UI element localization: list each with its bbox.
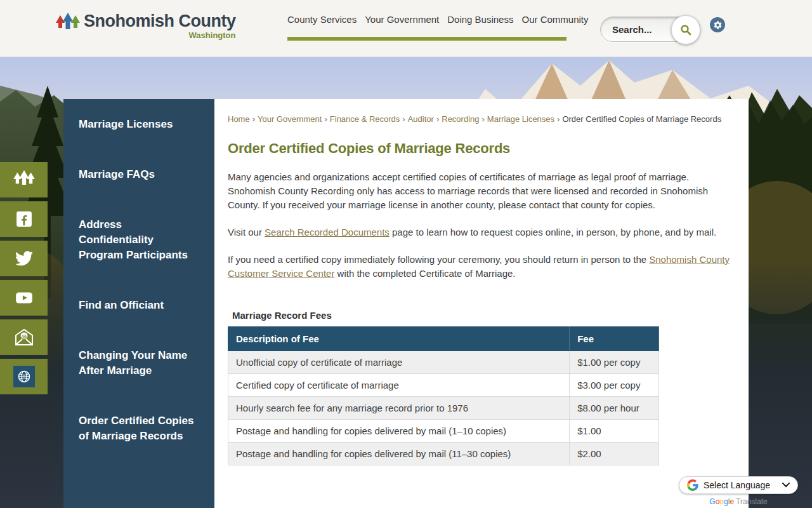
intro-paragraph: Many agencies and organizations accept c… (228, 170, 733, 212)
search-button[interactable] (671, 15, 700, 44)
fee-description: Postage and handling for copies delivere… (228, 420, 570, 443)
sidebar-item-marriage-faqs[interactable]: Marriage FAQs (79, 167, 198, 182)
twitter-icon (15, 251, 33, 266)
sidebar-item-changing-name[interactable]: Changing Your Name After Marriage (79, 348, 198, 378)
breadcrumb-separator: › (436, 114, 439, 124)
brand-letter: g (724, 497, 728, 506)
fees-header-fee: Fee (570, 327, 659, 351)
language-select[interactable]: Select Language (679, 476, 798, 494)
fee-description: Hourly search fee for any marriage recor… (228, 397, 570, 420)
facebook-link[interactable] (0, 201, 48, 237)
email-newsletter-icon: @ (15, 329, 34, 345)
table-row: Hourly search fee for any marriage recor… (228, 397, 659, 420)
email-newsletter-link[interactable]: @ (0, 319, 48, 355)
fee-amount: $1.00 per copy (570, 351, 659, 374)
customer-service-paragraph: If you need a certified copy immediately… (228, 253, 733, 281)
paragraph-text: page to learn how to request copies onli… (390, 227, 716, 237)
fee-amount: $8.00 per hour (570, 397, 659, 420)
breadcrumb-your-government[interactable]: Your Government (258, 114, 322, 124)
county-trees-icon (56, 13, 80, 34)
nav-county-services[interactable]: County Services (287, 14, 357, 25)
gear-icon (713, 20, 723, 30)
fees-section: Marriage Record Fees Description of Fee … (228, 310, 735, 465)
brand-letter: e (730, 497, 734, 506)
breadcrumb-separator: › (482, 114, 485, 124)
fees-table-caption: Marriage Record Fees (232, 310, 735, 321)
table-row: Postage and handling for copies delivere… (228, 443, 659, 465)
search-icon (679, 23, 692, 36)
page-title: Order Certified Copies of Marriage Recor… (228, 140, 735, 157)
table-row: Unofficial copy of certificate of marria… (228, 351, 659, 374)
main-content: Home›Your Government›Finance & Records›A… (214, 99, 749, 508)
section-sidebar: Marriage Licenses Marriage FAQs Address … (63, 99, 214, 508)
brand-letter: G (709, 497, 715, 506)
paragraph-text: If you need a certified copy immediately… (228, 254, 649, 265)
table-row: Certified copy of certificate of marriag… (228, 374, 659, 397)
fee-description: Certified copy of certificate of marriag… (228, 374, 570, 397)
translate-globe-link[interactable] (0, 359, 48, 394)
facebook-icon (16, 211, 32, 227)
breadcrumb-separator: › (324, 114, 327, 124)
svg-text:@: @ (21, 333, 27, 340)
paragraph-text: Visit our (228, 227, 265, 237)
nav-doing-business[interactable]: Doing Business (447, 14, 513, 25)
twitter-link[interactable] (0, 241, 48, 276)
search-input[interactable] (612, 24, 676, 35)
sidebar-item-find-officiant[interactable]: Find an Officiant (79, 298, 198, 313)
paragraph-text: with the completed Certificate of Marria… (334, 268, 515, 279)
fees-table: Description of Fee Fee Unofficial copy o… (228, 326, 659, 465)
youtube-link[interactable] (0, 280, 48, 316)
top-navigation: County Services Your Government Doing Bu… (287, 14, 570, 25)
fee-amount: $3.00 per copy (570, 374, 659, 397)
nav-our-community[interactable]: Our Community (521, 14, 588, 25)
breadcrumb-marriage-licenses[interactable]: Marriage Licenses (487, 114, 554, 124)
fee-amount: $1.00 (570, 420, 659, 443)
sidebar-item-order-certified-copies[interactable]: Order Certified Copies of Marriage Recor… (79, 413, 198, 444)
brand-word: Translate (736, 497, 768, 506)
google-translate-widget: Select Language GoogleTranslate (679, 476, 798, 506)
breadcrumb-recording[interactable]: Recording (442, 114, 479, 124)
search-documents-paragraph: Visit our Search Recorded Documents page… (228, 225, 733, 239)
county-trees-icon (13, 170, 35, 189)
breadcrumb: Home›Your Government›Finance & Records›A… (228, 114, 735, 124)
breadcrumb-home[interactable]: Home (228, 114, 250, 124)
fees-header-description: Description of Fee (228, 327, 570, 351)
globe-tile (13, 366, 35, 387)
youtube-icon (15, 290, 34, 305)
social-rail: @ (0, 162, 48, 398)
breadcrumb-finance-records[interactable]: Finance & Records (330, 114, 400, 124)
nav-underline-bar (287, 37, 566, 41)
globe-icon (17, 370, 31, 384)
site-header: Snohomish County Washington County Servi… (0, 0, 812, 57)
breadcrumb-auditor[interactable]: Auditor (408, 114, 434, 124)
site-tools-button[interactable] (710, 17, 725, 32)
google-translate-attribution: GoogleTranslate (679, 497, 798, 506)
chevron-down-icon (782, 483, 790, 488)
language-select-label: Select Language (704, 480, 782, 490)
fee-amount: $2.00 (570, 443, 659, 465)
fee-description: Unofficial copy of certificate of marria… (228, 351, 570, 374)
breadcrumb-separator: › (557, 114, 560, 124)
breadcrumb-separator: › (402, 114, 405, 124)
search-box (600, 17, 700, 42)
google-g-icon (687, 479, 698, 491)
sidebar-item-address-confidentiality[interactable]: Address Confidentiality Program Particip… (79, 217, 198, 263)
logo-subtitle: Washington (84, 31, 235, 39)
search-recorded-documents-link[interactable]: Search Recorded Documents (265, 227, 390, 237)
breadcrumb-current: Order Certified Copies of Marriage Recor… (562, 114, 721, 124)
logo-title: Snohomish County (84, 11, 235, 30)
table-row: Postage and handling for copies delivere… (228, 420, 659, 443)
nav-your-government[interactable]: Your Government (365, 14, 439, 25)
county-site-link[interactable] (0, 162, 48, 197)
site-logo[interactable]: Snohomish County Washington (56, 13, 235, 39)
breadcrumb-separator: › (252, 114, 255, 124)
fee-description: Postage and handling for copies delivere… (228, 443, 570, 465)
sidebar-item-marriage-licenses[interactable]: Marriage Licenses (79, 117, 198, 132)
